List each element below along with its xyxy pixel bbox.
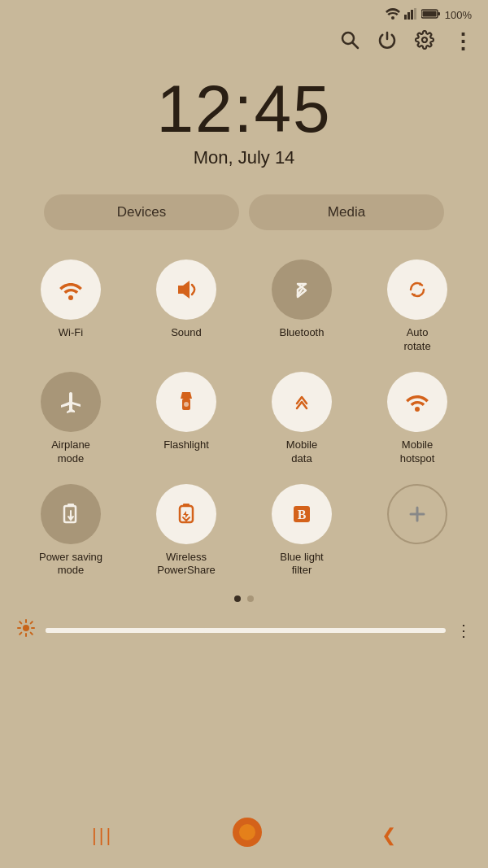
mobiledata-label: Mobiledata [286,438,317,466]
svg-point-0 [391,16,394,20]
svg-line-33 [20,633,21,635]
svg-rect-3 [411,10,413,20]
search-icon[interactable] [340,30,359,55]
power-icon[interactable] [377,30,397,55]
powersaving-toggle-circle [41,484,101,544]
wirelesspowershare-label: WirelessPowerShare [157,551,216,578]
status-bar: 100% [0,0,488,26]
svg-rect-21 [183,504,190,506]
brightness-row: ⋮ [0,610,488,649]
pagination-dots [0,582,488,610]
svg-point-15 [184,402,189,407]
brightness-icon [16,618,36,643]
settings-icon[interactable] [415,30,434,55]
clock-area: 12:45 Mon, July 14 [0,61,488,177]
bottom-nav: ||| ❮ [0,805,488,868]
add-toggle-circle [387,484,447,544]
airplane-toggle-circle [41,372,101,432]
wifi-label: Wi-Fi [59,326,83,340]
autorotate-label: Autorotate [403,326,430,354]
tab-devices[interactable]: Devices [44,194,239,230]
toggle-mobilehotspot[interactable]: Mobilehotspot [359,364,475,471]
sound-label: Sound [171,326,202,340]
svg-rect-1 [404,15,407,20]
toggles-grid: Wi-Fi Sound Bluetooth [0,243,488,582]
nav-back-icon[interactable]: ❮ [381,825,396,846]
wifi-status-icon [386,8,400,22]
tabs-row: Devices Media [0,177,488,243]
powersaving-label: Power savingmode [39,551,102,578]
mobiledata-toggle-circle [272,372,332,432]
svg-line-9 [353,42,359,48]
clock-time: 12:45 [0,76,488,142]
svg-rect-6 [438,12,440,15]
svg-line-31 [20,622,21,624]
nav-home-icon[interactable] [232,817,263,853]
brightness-more-icon[interactable]: ⋮ [455,621,472,640]
toggle-wirelesspowershare[interactable]: WirelessPowerShare [129,476,244,583]
nav-menu-icon[interactable]: ||| [92,825,113,846]
flashlight-toggle-circle [156,372,216,432]
dot-1 [234,595,241,602]
sound-toggle-circle [156,260,216,320]
top-toolbar: ⋮ [0,26,488,61]
toggle-autorotate[interactable]: Autorotate [359,251,475,359]
svg-line-32 [31,633,33,635]
wifi-toggle-circle [41,260,101,320]
toggle-mobiledata[interactable]: Mobiledata [244,364,359,471]
svg-rect-2 [407,12,410,20]
svg-rect-4 [414,8,416,20]
bluelightfilter-label: Blue lightfilter [280,551,323,578]
toggle-sound[interactable]: Sound [129,251,244,359]
svg-marker-12 [178,281,190,299]
mobilehotspot-label: Mobilehotspot [400,438,435,466]
more-icon[interactable]: ⋮ [452,29,473,55]
toggle-wifi[interactable]: Wi-Fi [13,251,129,359]
dot-2 [247,595,254,602]
svg-point-26 [23,625,29,631]
airplane-label: Airplanemode [51,438,90,466]
svg-line-34 [31,622,33,624]
brightness-slider[interactable] [46,628,446,633]
clock-date: Mon, July 14 [0,147,488,168]
svg-point-11 [68,295,73,300]
brightness-fill [46,628,206,633]
svg-point-36 [239,824,255,840]
svg-rect-18 [68,504,74,506]
svg-rect-7 [422,11,436,17]
tab-media[interactable]: Media [249,194,444,230]
battery-icon [421,8,441,22]
mobilehotspot-toggle-circle [387,372,447,432]
toggle-flashlight[interactable]: Flashlight [129,364,244,471]
toggle-powersaving[interactable]: Power savingmode [13,476,129,583]
bluetooth-label: Bluetooth [280,326,325,340]
toggle-bluetooth[interactable]: Bluetooth [244,251,359,359]
signal-icon [404,8,417,22]
flashlight-label: Flashlight [163,438,209,452]
status-icons: 100% [386,8,472,22]
autorotate-toggle-circle [387,260,447,320]
toggle-add[interactable] [359,476,475,583]
toggle-airplane[interactable]: Airplanemode [13,364,129,471]
toggle-bluelightfilter[interactable]: B Blue lightfilter [244,476,359,583]
svg-point-16 [415,407,420,412]
svg-text:B: B [298,508,307,521]
bluelightfilter-toggle-circle: B [272,484,332,544]
wirelesspowershare-toggle-circle [156,484,216,544]
bluetooth-toggle-circle [272,260,332,320]
svg-point-10 [422,37,427,42]
battery-percent: 100% [445,9,472,21]
